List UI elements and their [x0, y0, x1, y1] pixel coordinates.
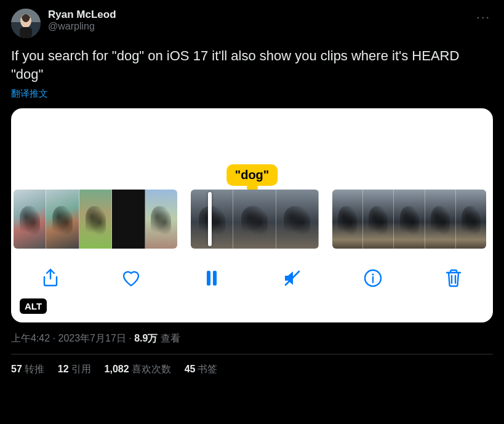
- tweet-date[interactable]: 2023年7月17日: [58, 333, 126, 343]
- pause-button[interactable]: [190, 268, 234, 289]
- retweets-stat[interactable]: 57转推: [11, 363, 44, 376]
- clip-frame: [332, 190, 363, 249]
- favorite-button[interactable]: [109, 268, 153, 289]
- clip-frame: [456, 190, 486, 249]
- likes-stat[interactable]: 1,082喜欢次数: [105, 363, 171, 376]
- author-block[interactable]: Ryan McLeod @warpling: [48, 9, 474, 32]
- mute-button[interactable]: [270, 268, 314, 289]
- clip-frame: [191, 190, 233, 249]
- info-button[interactable]: [351, 268, 395, 289]
- translate-button[interactable]: 翻译推文: [11, 88, 493, 100]
- alt-text-badge[interactable]: ALT: [20, 298, 47, 314]
- clip-frame: [14, 190, 46, 249]
- svg-rect-4: [207, 271, 210, 286]
- svg-point-8: [372, 274, 374, 276]
- svg-rect-3: [20, 27, 32, 38]
- clip-frame: [112, 190, 145, 249]
- search-match-badge: "dog": [226, 164, 278, 186]
- media-attachment[interactable]: "dog": [11, 108, 493, 322]
- tweet-header: Ryan McLeod @warpling ···: [11, 9, 493, 38]
- media-toolbar: [11, 249, 493, 308]
- clip-frame: [276, 190, 319, 249]
- video-clip[interactable]: [332, 190, 486, 249]
- clip-frame: [363, 190, 394, 249]
- delete-button[interactable]: [431, 268, 476, 289]
- views-count: 8.9万: [134, 333, 158, 343]
- tweet-text: If you search for "dog" on iOS 17 it'll …: [11, 47, 493, 83]
- clip-frame: [394, 190, 425, 249]
- clip-frame: [145, 190, 177, 249]
- filmstrip: [11, 190, 493, 249]
- clip-frame: [79, 190, 112, 249]
- clip-frame: [233, 190, 276, 249]
- tweet-stats: 57转推 12引用 1,082喜欢次数 45书签: [11, 363, 493, 376]
- bookmarks-stat[interactable]: 45书签: [185, 363, 218, 376]
- clip-frame: [425, 190, 456, 249]
- author-display-name: Ryan McLeod: [48, 9, 474, 21]
- author-handle: @warpling: [48, 21, 474, 32]
- more-options-button[interactable]: ···: [474, 9, 493, 25]
- tweet-container: Ryan McLeod @warpling ··· If you search …: [0, 0, 504, 376]
- media-top-area: "dog": [11, 108, 493, 190]
- avatar[interactable]: [11, 9, 41, 38]
- tweet-time[interactable]: 上午4:42: [11, 333, 50, 343]
- share-button[interactable]: [28, 268, 73, 289]
- video-clip[interactable]: [14, 190, 177, 249]
- divider: [11, 354, 493, 354]
- clip-frame: [46, 190, 79, 249]
- video-clip[interactable]: [191, 190, 319, 249]
- views-label: 查看: [158, 333, 180, 343]
- playhead[interactable]: [208, 192, 212, 246]
- tweet-meta: 上午4:42 · 2023年7月17日 · 8.9万 查看: [11, 332, 493, 345]
- svg-rect-5: [213, 271, 217, 286]
- quotes-stat[interactable]: 12引用: [58, 363, 91, 376]
